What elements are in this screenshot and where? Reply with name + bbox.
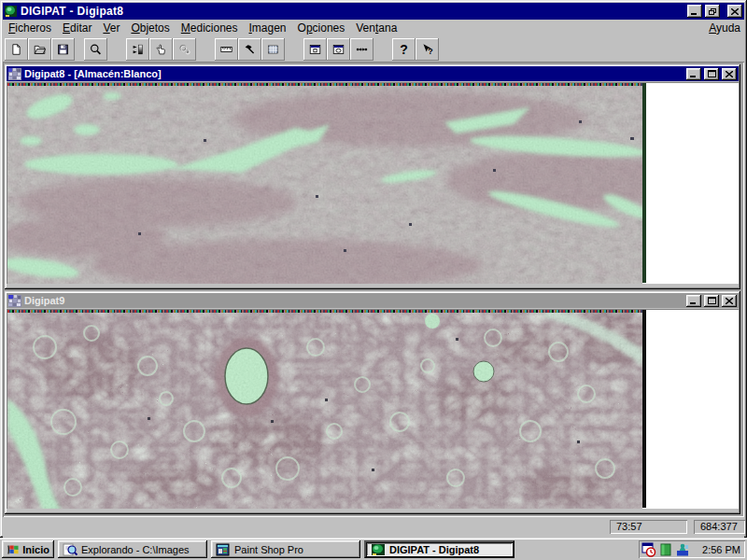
close-icon xyxy=(726,71,733,77)
menu-opciones[interactable]: Opciones xyxy=(292,21,351,35)
child-window-digipat8: Digipat8 - [Almacén:Blanco] xyxy=(5,64,740,289)
child2-content xyxy=(7,309,739,509)
task-label: Paint Shop Pro xyxy=(234,544,303,555)
context-help-button[interactable]: ? xyxy=(416,38,439,61)
child1-maximize-button[interactable] xyxy=(704,68,719,80)
child1-content xyxy=(7,82,739,284)
open-folder-icon xyxy=(34,42,46,57)
taskbar-button-paint-shop-pro[interactable]: Paint Shop Pro xyxy=(211,540,360,558)
explorer-icon xyxy=(63,542,78,557)
zoom-button[interactable] xyxy=(84,38,107,61)
hand-pointer-icon xyxy=(155,42,167,57)
paint-shop-pro-icon xyxy=(216,542,231,557)
child-window-digipat9: Digipat9 xyxy=(5,291,740,514)
child1-title: Digipat8 - [Almacén:Blanco] xyxy=(24,68,684,79)
capture-window-square-icon xyxy=(309,42,321,57)
hand-tool-button[interactable] xyxy=(149,38,173,61)
status-cursor-position-panel: 684:377 xyxy=(694,520,745,534)
measure-distance-icon xyxy=(356,42,368,57)
capture-ellipse-button[interactable] xyxy=(327,38,350,61)
ruler-measure-icon xyxy=(220,42,233,57)
green-status-icon[interactable] xyxy=(658,542,673,557)
image2-right-strip xyxy=(642,310,646,508)
task-label: DIGIPAT - Digipat8 xyxy=(389,544,479,555)
desktop: DIGIPAT - Digipat8 Ficheros Editar Ver O… xyxy=(0,0,747,560)
app-window: DIGIPAT - Digipat8 Ficheros Editar Ver O… xyxy=(0,0,747,538)
open-button[interactable] xyxy=(28,38,51,61)
scan-noise-strip xyxy=(7,83,642,86)
taskbar-clock[interactable]: 2:56 PM xyxy=(702,544,740,555)
help-icon: ? xyxy=(400,42,408,57)
windows-logo-icon xyxy=(7,543,19,556)
capture-window-ellipse-icon xyxy=(332,42,345,57)
minimize-icon xyxy=(690,298,698,304)
child2-minimize-button[interactable] xyxy=(686,295,701,307)
close-button[interactable] xyxy=(727,5,742,18)
scheduler-icon[interactable] xyxy=(641,542,656,557)
menu-ayuda[interactable]: Ayuda xyxy=(703,21,744,35)
restore-button[interactable] xyxy=(705,5,720,18)
digipat-icon xyxy=(371,542,386,557)
minimize-icon xyxy=(691,8,698,15)
menu-imagen[interactable]: Imagen xyxy=(243,21,291,35)
scan-noise-strip xyxy=(7,310,642,313)
minimize-icon xyxy=(690,71,698,77)
child2-document-icon xyxy=(8,295,21,307)
menu-objetos[interactable]: Objetos xyxy=(125,21,175,35)
app-titlebar[interactable]: DIGIPAT - Digipat8 xyxy=(3,3,744,20)
stamp-button-disabled[interactable] xyxy=(173,38,196,61)
new-document-icon xyxy=(10,42,22,57)
save-icon xyxy=(57,42,69,57)
stamp-disabled-icon xyxy=(178,42,190,57)
child1-minimize-button[interactable] xyxy=(686,68,701,80)
tools-button[interactable] xyxy=(238,38,261,61)
display-user-icon[interactable] xyxy=(675,542,690,557)
grid-button[interactable] xyxy=(261,38,285,61)
histology-image-digipat9[interactable] xyxy=(7,310,642,509)
menu-ventana[interactable]: Ventana xyxy=(350,21,402,35)
histology-image-digipat8[interactable] xyxy=(7,83,642,284)
maximize-icon xyxy=(708,70,716,77)
taskbar-button-digipat[interactable]: DIGIPAT - Digipat8 xyxy=(364,540,514,558)
child1-close-button[interactable] xyxy=(722,68,737,80)
minimize-button[interactable] xyxy=(687,5,702,18)
menu-mediciones[interactable]: Mediciones xyxy=(176,21,244,35)
measure-distance-button[interactable] xyxy=(350,38,374,61)
capture-square-button[interactable] xyxy=(303,38,327,61)
levels-adjust-icon xyxy=(132,42,144,57)
child1-titlebar[interactable]: Digipat8 - [Almacén:Blanco] xyxy=(7,66,739,81)
hammer-tools-icon xyxy=(244,42,256,57)
child2-titlebar[interactable]: Digipat9 xyxy=(7,293,739,308)
child2-title: Digipat9 xyxy=(24,295,684,306)
taskbar: Inicio Explorando - C:\Images Paint Shop… xyxy=(0,538,747,560)
zoom-magnifier-icon xyxy=(90,42,102,57)
mdi-area: Digipat8 - [Almacén:Blanco] xyxy=(3,62,744,517)
close-icon xyxy=(726,298,733,304)
child2-close-button[interactable] xyxy=(722,295,737,307)
save-button[interactable] xyxy=(51,38,75,61)
taskbar-button-explorer[interactable]: Explorando - C:\Images xyxy=(58,540,207,558)
ruler-button[interactable] xyxy=(215,38,238,61)
menu-ficheros[interactable]: Ficheros xyxy=(3,21,57,35)
app-icon xyxy=(5,5,18,18)
levels-button[interactable] xyxy=(126,38,149,61)
toolbar: ? ? xyxy=(3,36,744,62)
start-button[interactable]: Inicio xyxy=(2,540,54,558)
child2-maximize-button[interactable] xyxy=(704,295,719,307)
help-button[interactable]: ? xyxy=(392,38,416,61)
task-label: Explorando - C:\Images xyxy=(81,544,190,555)
child1-document-icon xyxy=(8,68,21,80)
menu-ver[interactable]: Ver xyxy=(97,21,125,35)
new-button[interactable] xyxy=(5,38,28,61)
maximize-icon xyxy=(708,297,716,304)
menu-editar[interactable]: Editar xyxy=(57,21,97,35)
context-help-icon: ? xyxy=(421,42,433,57)
image1-right-strip xyxy=(642,83,646,283)
system-tray: 2:56 PM xyxy=(639,540,745,558)
start-label: Inicio xyxy=(22,544,49,555)
status-bar: 73:57 684:377 xyxy=(3,517,744,538)
status-coordinates-panel: 73:57 xyxy=(610,520,687,534)
svg-text:?: ? xyxy=(428,47,432,56)
close-icon xyxy=(731,8,739,15)
app-title: DIGIPAT - Digipat8 xyxy=(21,5,684,18)
